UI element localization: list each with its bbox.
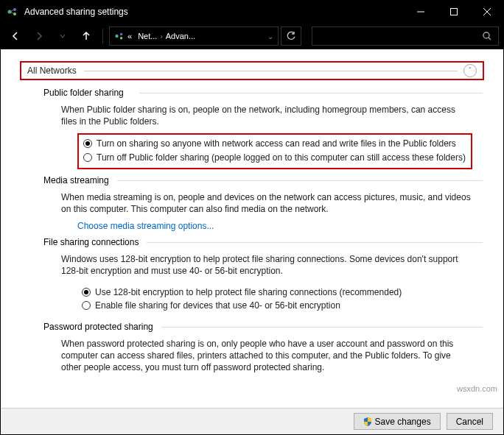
footer: Save changes Cancel	[1, 408, 503, 434]
refresh-button[interactable]	[281, 26, 301, 46]
divider	[84, 71, 458, 71]
network-icon	[7, 6, 18, 18]
file-sharing-radio-group: Use 128-bit encryption to help protect f…	[77, 283, 472, 316]
window-title: Advanced sharing settings	[24, 7, 404, 17]
search-box[interactable]	[312, 26, 499, 46]
svg-point-9	[115, 35, 118, 38]
address-bar[interactable]: « Net... › Advan... ⌄	[109, 26, 279, 46]
button-label: Save changes	[375, 417, 431, 427]
public-folder-radio-group: Turn on sharing so anyone with network a…	[77, 133, 472, 169]
recent-dropdown[interactable]	[52, 26, 73, 46]
section-description: When Public folder sharing is on, people…	[61, 104, 472, 127]
section-file-sharing: File sharing connections Windows uses 12…	[43, 237, 472, 316]
radio-label: Enable file sharing for devices that use…	[95, 300, 340, 311]
section-title: Media streaming	[43, 175, 472, 185]
save-changes-button[interactable]: Save changes	[354, 413, 441, 430]
profile-header-all-networks[interactable]: All Networks ˆ	[20, 61, 484, 80]
section-description: Windows uses 128-bit encryption to help …	[61, 253, 472, 277]
svg-point-12	[483, 32, 489, 38]
forward-button[interactable]	[29, 26, 49, 46]
cancel-button[interactable]: Cancel	[447, 413, 493, 430]
radio-icon	[82, 301, 91, 310]
radio-icon	[83, 139, 92, 148]
svg-line-13	[489, 38, 491, 40]
svg-point-10	[120, 33, 123, 36]
titlebar: Advanced sharing settings	[1, 1, 503, 23]
svg-point-11	[120, 37, 123, 40]
chevron-down-icon[interactable]: ⌄	[267, 32, 273, 40]
breadcrumb-prefix: «	[125, 32, 135, 40]
profile-label: All Networks	[27, 66, 77, 76]
radio-128-bit-encryption[interactable]: Use 128-bit encryption to help protect f…	[82, 286, 468, 298]
button-label: Cancel	[456, 417, 483, 427]
section-description: When password protected sharing is on, o…	[61, 338, 472, 374]
section-title: Password protected sharing	[43, 322, 472, 332]
section-title: Public folder sharing	[43, 88, 472, 98]
back-button[interactable]	[5, 26, 26, 46]
breadcrumb-net[interactable]: Net...	[135, 32, 160, 40]
up-button[interactable]	[76, 26, 97, 46]
section-title: File sharing connections	[43, 237, 472, 247]
section-public-folder-sharing: Public folder sharing When Public folder…	[43, 88, 472, 169]
content-area: All Networks ˆ Public folder sharing Whe…	[1, 49, 503, 408]
radio-icon	[82, 288, 91, 297]
watermark: wsxdn.com	[457, 384, 497, 393]
radio-icon	[83, 153, 92, 162]
media-streaming-options-link[interactable]: Choose media streaming options...	[77, 221, 214, 231]
network-icon	[114, 31, 125, 41]
maximize-button[interactable]	[437, 1, 470, 23]
radio-40-56-bit-encryption[interactable]: Enable file sharing for devices that use…	[82, 300, 468, 311]
search-icon	[482, 31, 492, 41]
minimize-button[interactable]	[404, 1, 437, 23]
section-media-streaming: Media streaming When media streaming is …	[43, 175, 472, 231]
navigation-toolbar: « Net... › Advan... ⌄	[1, 23, 503, 49]
section-description: When media streaming is on, people and d…	[61, 191, 472, 215]
toolbar-separator	[102, 29, 103, 43]
radio-label: Turn on sharing so anyone with network a…	[97, 138, 456, 149]
radio-label: Turn off Public folder sharing (people l…	[97, 152, 466, 163]
breadcrumb-advanced[interactable]: Advan...	[163, 32, 198, 40]
section-password-protected-sharing: Password protected sharing When password…	[43, 322, 472, 374]
close-button[interactable]	[470, 1, 503, 23]
radio-turn-on-public-sharing[interactable]: Turn on sharing so anyone with network a…	[83, 138, 466, 149]
collapse-button[interactable]: ˆ	[463, 64, 477, 77]
radio-turn-off-public-sharing[interactable]: Turn off Public folder sharing (people l…	[83, 152, 466, 163]
svg-rect-6	[450, 9, 457, 15]
chevron-up-icon: ˆ	[469, 67, 471, 75]
shield-icon	[363, 417, 372, 426]
radio-label: Use 128-bit encryption to help protect f…	[95, 286, 402, 298]
